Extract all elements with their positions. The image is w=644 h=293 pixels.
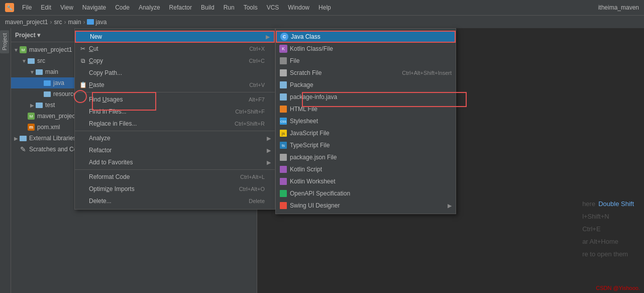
menu-navigate[interactable]: Navigate: [78, 3, 110, 12]
ctx-item-find-usages[interactable]: Find Usages Alt+F7: [75, 93, 275, 106]
watermark: CSDN @Yishooo.: [596, 285, 640, 291]
java-class-icon: C: [280, 33, 289, 41]
ctx-item-delete[interactable]: Delete... Delete: [75, 195, 275, 207]
ctx-separator-1: [75, 92, 275, 92]
folder-icon: [19, 135, 27, 142]
menu-file[interactable]: File: [18, 3, 36, 12]
expand-arrow: ▼: [13, 47, 19, 53]
ctx-item-optimize[interactable]: Optimize Imports Ctrl+Alt+O: [75, 183, 275, 195]
openapi-icon: [279, 190, 288, 197]
hint-recent: Ctrl+E: [582, 225, 634, 233]
app-icon: 🔧: [5, 3, 14, 12]
ctx-item-paste[interactable]: 📋 Paste Ctrl+V: [75, 79, 275, 91]
package-icon: [279, 81, 288, 88]
breadcrumb-src[interactable]: src: [54, 19, 62, 26]
menu-build[interactable]: Build: [197, 3, 219, 12]
menu-code[interactable]: Code: [111, 3, 134, 12]
folder-icon: [43, 90, 51, 97]
java-folder-icon: [87, 19, 94, 25]
ctx-item-analyze[interactable]: Analyze ▶: [75, 132, 275, 144]
package-info-icon: [279, 93, 288, 101]
submenu-scratch[interactable]: Scratch File Ctrl+Alt+Shift+Insert: [276, 67, 456, 79]
expand-arrow: ▶: [13, 136, 19, 141]
submenu-json[interactable]: package.json File: [276, 151, 456, 163]
copy-icon: ⧉: [79, 57, 87, 64]
menu-refactor[interactable]: Refactor: [165, 3, 196, 12]
submenu-file[interactable]: File: [276, 55, 456, 67]
ctx-item-reformat[interactable]: Reformat Code Ctrl+Alt+L: [75, 171, 275, 183]
ctx-item-find-files[interactable]: Find in Files... Ctrl+Shift+F: [75, 106, 275, 118]
kotlin-class-icon: K: [279, 45, 288, 53]
hint-area: here Double Shift l+Shift+N Ctrl+E ar Al…: [582, 200, 634, 263]
ctx-separator-2: [75, 131, 275, 131]
cut-icon: ✂: [79, 45, 87, 52]
hint-navigate: ar Alt+Home: [582, 238, 634, 245]
menu-tools[interactable]: Tools: [240, 3, 262, 12]
expand-arrow: ▼: [21, 58, 27, 64]
json-icon: [279, 154, 288, 161]
expand-arrow: ▶: [29, 103, 35, 108]
submenu-js[interactable]: js JavaScript File: [276, 127, 456, 139]
ctx-item-refactor[interactable]: Refactor ▶: [75, 144, 275, 156]
submenu-swing[interactable]: Swing UI Designer ▶: [276, 200, 456, 212]
menu-edit[interactable]: Edit: [37, 3, 55, 12]
title-bar: 🔧 File Edit View Navigate Code Analyze R…: [0, 0, 644, 15]
css-icon: css: [279, 118, 288, 125]
ctx-item-copy-path[interactable]: Copy Path...: [75, 67, 275, 79]
file-icon: [279, 57, 288, 64]
hint-find-class: l+Shift+N: [582, 213, 634, 220]
submenu-kotlin-script[interactable]: Kotlin Script: [276, 163, 456, 175]
module-icon: M: [27, 113, 35, 120]
sidebar-tab: Project: [0, 28, 11, 293]
menu-run[interactable]: Run: [220, 3, 239, 12]
submenu-kotlin-class[interactable]: K Kotlin Class/File: [276, 43, 456, 55]
project-tab[interactable]: Project: [0, 30, 9, 53]
context-menu: New ▶ ✂ Cut Ctrl+X ⧉ Copy Ctrl+C Copy Pa…: [74, 28, 275, 210]
folder-icon: [27, 57, 35, 64]
breadcrumb-java[interactable]: java: [87, 19, 106, 26]
menu-window[interactable]: Window: [284, 3, 313, 12]
breadcrumb-main[interactable]: main: [68, 19, 81, 26]
breadcrumb-project[interactable]: maven_project1: [5, 19, 48, 26]
scratch-icon: [279, 69, 288, 76]
submenu-new: C Java Class K Kotlin Class/File File Sc…: [275, 28, 456, 214]
scratches-icon: ✎: [19, 146, 27, 153]
module-icon: M: [19, 46, 27, 53]
menu-help[interactable]: Help: [314, 3, 335, 12]
ctx-item-cut[interactable]: ✂ Cut Ctrl+X: [75, 43, 275, 55]
submenu-kotlin-worksheet[interactable]: Kotlin Worksheet: [276, 175, 456, 187]
kotlin-script-icon: [279, 166, 288, 173]
hint-search: here Double Shift: [582, 200, 634, 208]
submenu-package-info[interactable]: package-info.java: [276, 91, 456, 103]
folder-icon: [35, 68, 43, 75]
submenu-java-class[interactable]: C Java Class: [276, 31, 456, 43]
ctx-separator-3: [75, 169, 275, 170]
menu-analyze[interactable]: Analyze: [135, 3, 164, 12]
java-folder-icon: [43, 79, 51, 86]
ctx-item-new[interactable]: New ▶: [75, 31, 275, 43]
pom-icon: m: [27, 124, 35, 131]
window-title: itheima_maven: [598, 4, 639, 11]
swing-icon: [279, 202, 288, 209]
submenu-openapi[interactable]: OpenAPI Specification: [276, 187, 456, 200]
submenu-css[interactable]: css Stylesheet: [276, 115, 456, 127]
hint-open: re to open them: [582, 250, 634, 258]
kotlin-worksheet-icon: [279, 178, 288, 185]
menu-view[interactable]: View: [56, 3, 77, 12]
ctx-new-label: New: [90, 33, 264, 40]
html-icon: [279, 106, 288, 113]
ctx-item-replace-files[interactable]: Replace in Files... Ctrl+Shift+R: [75, 118, 275, 130]
menu-bar: File Edit View Navigate Code Analyze Ref…: [18, 3, 598, 12]
breadcrumb: maven_project1 › src › main › java: [0, 15, 644, 28]
ctx-item-copy[interactable]: ⧉ Copy Ctrl+C: [75, 55, 275, 67]
js-icon: js: [279, 130, 288, 137]
submenu-ts[interactable]: ts TypeScript File: [276, 139, 456, 151]
ctx-item-favorites[interactable]: Add to Favorites ▶: [75, 156, 275, 168]
folder-icon: [35, 102, 43, 109]
expand-arrow: ▼: [29, 69, 35, 75]
submenu-html[interactable]: HTML File: [276, 103, 456, 115]
ts-icon: ts: [279, 142, 288, 149]
menu-vcs[interactable]: VCS: [263, 3, 283, 12]
submenu-package[interactable]: Package: [276, 79, 456, 91]
paste-icon: 📋: [79, 81, 87, 88]
